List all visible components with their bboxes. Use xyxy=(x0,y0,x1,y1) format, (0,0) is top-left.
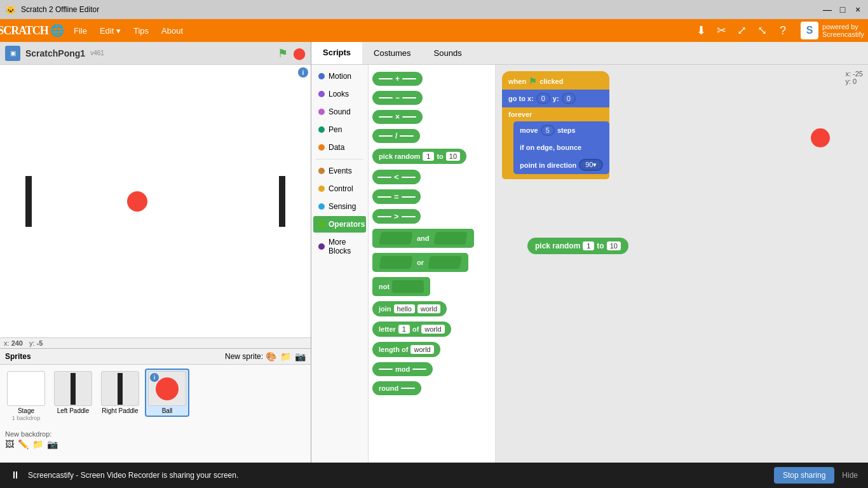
less-than-block[interactable]: < xyxy=(372,170,421,184)
or-block[interactable]: or xyxy=(372,253,468,272)
letter-of-num-slot[interactable]: 1 xyxy=(398,325,410,334)
screencastify-statusbar: ⏸ Screencastify - Screen Video Recorder … xyxy=(0,463,868,488)
cat-sensing-label: Sensing xyxy=(329,202,356,211)
floating-random-from[interactable]: 1 xyxy=(583,241,594,250)
menubar: SCRATCH 🌐 File Edit ▾ Tips About ⬇ ✂ ⤢ ⤡… xyxy=(0,19,868,42)
cat-control[interactable]: Control xyxy=(313,180,366,197)
cat-more-blocks[interactable]: More Blocks xyxy=(313,234,366,259)
cat-sensing[interactable]: Sensing xyxy=(313,198,366,215)
if-on-edge-block[interactable]: if on edge, bounce xyxy=(513,139,609,156)
sprite-item-stage[interactable]: Stage1 backdrop xyxy=(4,369,48,424)
help-icon[interactable]: ? xyxy=(774,22,792,39)
equals-row: = xyxy=(372,187,491,206)
mod-row: mod xyxy=(372,360,491,378)
forever-block[interactable]: forever move 5 steps if on ed xyxy=(502,107,609,179)
pick-random-to-slot[interactable]: 10 xyxy=(446,152,460,161)
maximize-button[interactable]: □ xyxy=(837,4,848,15)
move-steps-slot[interactable]: 5 xyxy=(541,125,555,136)
minimize-button[interactable]: — xyxy=(822,4,832,15)
pick-random-floating-block[interactable]: pick random 1 to 10 xyxy=(527,235,628,257)
new-sprite-from-file-icon[interactable]: 📁 xyxy=(280,351,291,362)
y-coord-label: y: -5 xyxy=(29,339,43,347)
left-paddle-sprite xyxy=(25,176,32,227)
cat-looks[interactable]: Looks xyxy=(313,86,366,102)
new-sprite-camera-icon[interactable]: 📷 xyxy=(295,351,306,362)
backdrop-image-icon[interactable]: 🖼 xyxy=(5,439,14,449)
file-menu[interactable]: File xyxy=(69,24,92,38)
cat-data[interactable]: Data xyxy=(313,139,366,156)
cat-operators-label: Operators xyxy=(329,220,365,229)
letter-of-str-slot[interactable]: world xyxy=(421,325,444,334)
equals-block[interactable]: = xyxy=(372,189,421,204)
about-menu[interactable]: About xyxy=(156,24,188,38)
mul-block[interactable]: × xyxy=(372,110,423,124)
floating-random-to[interactable]: 10 xyxy=(607,241,621,250)
greater-than-block[interactable]: > xyxy=(372,209,421,224)
add-block[interactable]: + xyxy=(372,72,423,86)
cat-more-blocks-label: More Blocks xyxy=(329,238,361,255)
point-in-direction-block[interactable]: point in direction 90▾ xyxy=(513,156,609,174)
pick-random-from-slot[interactable]: 1 xyxy=(423,152,434,161)
div-block[interactable]: / xyxy=(372,129,420,143)
sprites-header: Sprites New sprite: 🎨 📁 📷 xyxy=(0,349,311,365)
language-button[interactable]: 🌐 xyxy=(48,22,66,39)
main-layout: ▣ ScratchPong1 v461 ⚑ ⬤ i x: 240 y: -5 S… xyxy=(0,42,868,463)
hide-button[interactable]: Hide xyxy=(842,471,858,480)
backdrop-file-icon[interactable]: 📁 xyxy=(32,439,43,449)
pick-random-palette-block[interactable]: pick random 1 to 10 xyxy=(372,149,466,164)
blocks-palette: + − × xyxy=(369,65,496,463)
version-label: v461 xyxy=(90,50,104,57)
edit-menu[interactable]: Edit ▾ xyxy=(95,24,126,38)
mod-block[interactable]: mod xyxy=(372,362,433,376)
join-row: join hello world xyxy=(372,299,491,318)
when-clicked-block[interactable]: when ⚑ when 🚩 clicked clicked xyxy=(502,71,609,90)
length-of-block[interactable]: length of world xyxy=(372,342,440,357)
turbo-icon[interactable]: ⤡ xyxy=(754,22,771,39)
sprite-item-ball[interactable]: i Ball xyxy=(145,369,189,417)
stop-sharing-button[interactable]: Stop sharing xyxy=(774,467,834,484)
stop-button[interactable]: ⬤ xyxy=(293,46,306,60)
join-b-slot[interactable]: world xyxy=(417,304,440,313)
green-flag-button[interactable]: ⚑ xyxy=(278,46,288,60)
sub-block[interactable]: − xyxy=(372,91,423,105)
cat-events[interactable]: Events xyxy=(313,163,366,179)
scratch-logo: SCRATCH xyxy=(4,23,42,38)
x-coord-label: x: 240 xyxy=(4,339,23,347)
backdrop-paint-icon[interactable]: ✏️ xyxy=(18,439,29,449)
length-of-str-slot[interactable]: world xyxy=(410,345,433,354)
cat-pen[interactable]: Pen xyxy=(313,121,366,138)
pause-icon[interactable]: ⏸ xyxy=(10,470,20,481)
sprite-item-right-paddle[interactable]: Right Paddle xyxy=(98,369,142,417)
tips-menu[interactable]: Tips xyxy=(128,24,154,38)
fullscreen-icon[interactable]: ⤢ xyxy=(733,22,751,39)
tab-costumes[interactable]: Costumes xyxy=(362,42,423,64)
tab-scripts[interactable]: Scripts xyxy=(311,42,362,64)
not-row: not xyxy=(372,275,491,298)
go-to-y-slot[interactable]: 0 xyxy=(562,93,576,104)
letter-of-block[interactable]: letter 1 of world xyxy=(372,322,451,337)
cat-operators[interactable]: Operators xyxy=(313,216,366,233)
join-a-slot[interactable]: hello xyxy=(394,304,415,313)
tab-sounds[interactable]: Sounds xyxy=(423,42,473,64)
go-to-block[interactable]: go to x: 0 y: 0 xyxy=(502,90,609,107)
cat-sound[interactable]: Sound xyxy=(313,104,366,120)
and-block[interactable]: and xyxy=(372,229,474,248)
sprite-info-badge: i xyxy=(150,373,159,382)
copy-icon[interactable]: ✂ xyxy=(713,22,731,39)
move-steps-block[interactable]: move 5 steps xyxy=(513,121,609,139)
close-button[interactable]: × xyxy=(853,4,863,15)
sprite-item-left-paddle[interactable]: Left Paddle xyxy=(51,369,95,417)
cat-motion[interactable]: Motion xyxy=(313,68,366,85)
go-to-x-slot[interactable]: 0 xyxy=(536,93,550,104)
round-block[interactable]: round xyxy=(372,381,421,395)
not-block[interactable]: not xyxy=(372,277,430,296)
point-direction-slot[interactable]: 90▾ xyxy=(579,159,603,171)
join-block[interactable]: join hello world xyxy=(372,301,447,316)
new-sprite-paint-icon[interactable]: 🎨 xyxy=(266,351,276,362)
scripts-tabs: Scripts Costumes Sounds xyxy=(311,42,868,65)
stage-header: ▣ ScratchPong1 v461 ⚑ ⬤ xyxy=(0,42,311,65)
cat-pen-label: Pen xyxy=(329,125,342,134)
download-icon[interactable]: ⬇ xyxy=(693,22,710,39)
stage-info-button[interactable]: i xyxy=(298,67,308,78)
backdrop-camera-icon[interactable]: 📷 xyxy=(47,439,58,449)
